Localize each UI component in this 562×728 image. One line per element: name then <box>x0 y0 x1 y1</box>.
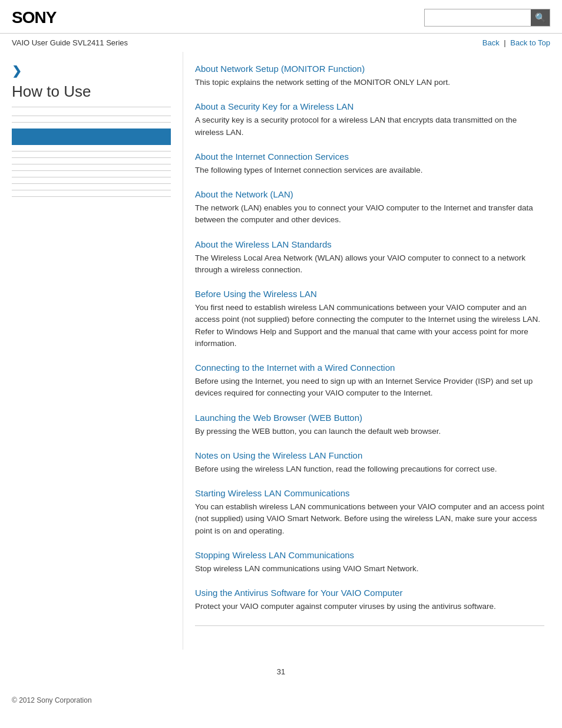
topic-0: About Network Setup (MONITOR Function) T… <box>195 64 544 88</box>
sidebar: ❯ How to Use <box>0 52 183 650</box>
sidebar-divider-9 <box>12 190 171 190</box>
topic-desc-11: Protect your VAIO computer against compu… <box>195 602 496 611</box>
sony-logo: SONY <box>12 8 56 27</box>
sidebar-divider-2 <box>12 122 171 123</box>
topic-desc-2: The following types of Internet connecti… <box>195 166 422 174</box>
search-box: 🔍 <box>424 9 550 27</box>
copyright: © 2012 Sony Corporation <box>12 696 92 704</box>
topic-10: Stopping Wireless LAN Communications Sto… <box>195 550 544 575</box>
topic-title-11[interactable]: Using the Antivirus Software for Your VA… <box>195 588 544 598</box>
topic-title-6[interactable]: Connecting to the Internet with a Wired … <box>195 363 544 373</box>
topic-6: Connecting to the Internet with a Wired … <box>195 363 544 400</box>
topic-3: About the Network (LAN) The network (LAN… <box>195 189 544 226</box>
topic-title-10[interactable]: Stopping Wireless LAN Communications <box>195 550 544 560</box>
sidebar-title: How to Use <box>12 83 171 107</box>
topic-desc-0: This topic explains the network setting … <box>195 78 450 87</box>
topic-title-4[interactable]: About the Wireless LAN Standards <box>195 239 544 249</box>
subheader: VAIO User Guide SVL2411 Series Back | Ba… <box>0 34 562 52</box>
topic-desc-4: The Wireless Local Area Network (WLAN) a… <box>195 253 525 274</box>
sidebar-divider-5 <box>12 164 171 164</box>
topic-1: About a Security Key for a Wireless LAN … <box>195 101 544 139</box>
topic-desc-10: Stop wireless LAN communications using V… <box>195 564 418 573</box>
sidebar-divider-8 <box>12 183 171 184</box>
topic-title-2[interactable]: About the Internet Connection Services <box>195 151 544 162</box>
topic-title-1[interactable]: About a Security Key for a Wireless LAN <box>195 101 544 111</box>
topic-desc-8: Before using the wireless LAN function, … <box>195 465 497 473</box>
search-button[interactable]: 🔍 <box>531 9 550 26</box>
topic-11: Using the Antivirus Software for Your VA… <box>195 588 544 612</box>
topic-desc-1: A security key is a security protocol fo… <box>195 116 517 136</box>
topic-title-3[interactable]: About the Network (LAN) <box>195 189 544 199</box>
sidebar-arrow: ❯ <box>12 64 171 78</box>
content-bottom-divider <box>195 625 544 626</box>
topic-9: Starting Wireless LAN Communications You… <box>195 488 544 537</box>
content-area: About Network Setup (MONITOR Function) T… <box>183 52 562 650</box>
topic-desc-7: By pressing the WEB button, you can laun… <box>195 427 441 436</box>
topic-title-0[interactable]: About Network Setup (MONITOR Function) <box>195 64 544 74</box>
topic-7: Launching the Web Browser (WEB Button) B… <box>195 413 544 437</box>
sidebar-divider-3 <box>12 151 171 151</box>
nav-separator: | <box>504 38 508 47</box>
footer: © 2012 Sony Corporation <box>0 688 562 713</box>
sidebar-divider-10 <box>12 196 171 197</box>
back-link[interactable]: Back <box>482 38 500 47</box>
topic-desc-3: The network (LAN) enables you to connect… <box>195 203 533 224</box>
sidebar-divider-6 <box>12 170 171 171</box>
sidebar-divider-4 <box>12 157 171 158</box>
page-number: 31 <box>0 661 562 688</box>
topic-title-5[interactable]: Before Using the Wireless LAN <box>195 289 544 299</box>
topic-desc-6: Before using the Internet, you need to s… <box>195 377 533 397</box>
topic-title-8[interactable]: Notes on Using the Wireless LAN Function <box>195 450 544 460</box>
topic-5: Before Using the Wireless LAN You first … <box>195 289 544 350</box>
back-to-top-link[interactable]: Back to Top <box>510 38 550 47</box>
topic-title-9[interactable]: Starting Wireless LAN Communications <box>195 488 544 498</box>
main-layout: ❯ How to Use About Network Setup (MONITO… <box>0 52 562 661</box>
guide-title: VAIO User Guide SVL2411 Series <box>12 38 128 47</box>
topic-desc-5: You first need to establish wireless LAN… <box>195 303 540 348</box>
topic-title-7[interactable]: Launching the Web Browser (WEB Button) <box>195 413 544 423</box>
topic-4: About the Wireless LAN Standards The Wir… <box>195 239 544 276</box>
topic-2: About the Internet Connection Services T… <box>195 151 544 176</box>
sidebar-highlight <box>12 129 171 145</box>
search-icon: 🔍 <box>535 12 546 23</box>
sidebar-divider-1 <box>12 116 171 116</box>
header: SONY 🔍 <box>0 0 562 34</box>
topic-8: Notes on Using the Wireless LAN Function… <box>195 450 544 475</box>
search-input[interactable] <box>425 9 531 26</box>
topic-desc-9: You can establish wireless LAN communica… <box>195 502 544 535</box>
nav-links: Back | Back to Top <box>482 38 550 47</box>
sidebar-divider-7 <box>12 177 171 177</box>
